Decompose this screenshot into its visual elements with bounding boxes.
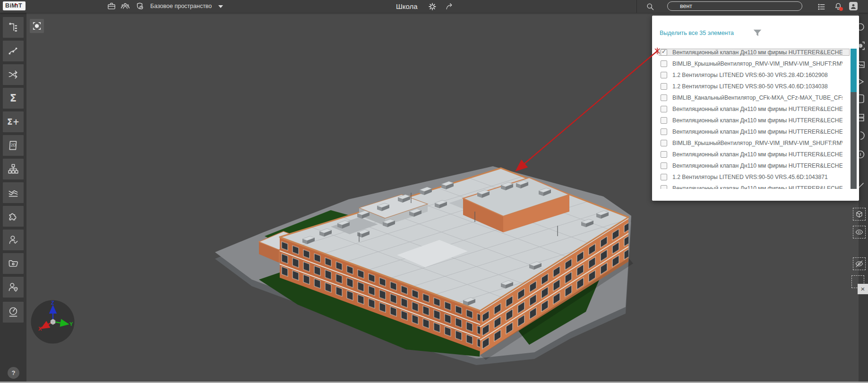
avatar-icon[interactable] — [849, 2, 858, 10]
topbar: BiMıT Базовое пространство Школа — [0, 0, 868, 13]
search-icon[interactable] — [645, 2, 655, 11]
close-button[interactable]: × — [858, 284, 868, 294]
results-scrollbar[interactable] — [851, 49, 857, 189]
search-results-panel: Выделить все 35 элемента Вентиляционный … — [652, 16, 859, 201]
axis-x-label: X — [38, 326, 42, 332]
gear-icon[interactable] — [428, 2, 437, 11]
result-item-label: 1.2 Вентиляторы LITENED VRS:60-30 VRS.28… — [672, 72, 828, 78]
checkbox[interactable] — [661, 162, 667, 169]
checkbox[interactable] — [661, 94, 667, 101]
result-item-label: Вентиляционный клапан Дн110 мм фирмы HUT… — [672, 49, 842, 56]
result-item-label: 1.2 Вентиляторы LITENED VRS:80-50 VRS.40… — [672, 83, 828, 90]
project-title: Школа — [396, 0, 418, 13]
share-icon[interactable] — [445, 2, 454, 11]
checkbox[interactable] — [661, 151, 667, 158]
result-item[interactable]: BIMLIB_КанальныйВентилятор_CFk-MXA_CFz-M… — [659, 94, 850, 101]
result-item[interactable]: Вентиляционный клапан Дн110 мм фирмы HUT… — [659, 49, 850, 56]
result-item-label: Вентиляционный клапан Дн110 мм фирмы HUT… — [672, 162, 842, 169]
user-check-icon[interactable] — [3, 230, 24, 250]
team-icon[interactable] — [120, 1, 130, 11]
list-icon[interactable] — [817, 2, 826, 11]
checkbox[interactable] — [661, 185, 667, 189]
notification-badge — [839, 7, 843, 11]
axis-z-label: Z — [51, 300, 54, 306]
show-elements-button[interactable] — [853, 226, 866, 238]
result-item[interactable]: 1.2 Вентиляторы LITENED VRS:90-50 VRS.45… — [659, 173, 850, 180]
help-button[interactable]: ? — [8, 367, 19, 379]
shield-clock-icon[interactable] — [135, 1, 145, 11]
result-item-label: Вентиляционный клапан Дн110 мм фирмы HUT… — [672, 128, 842, 135]
result-item[interactable]: Вентиляционный клапан Дн110 мм фирмы HUT… — [659, 105, 850, 112]
folder-share-icon[interactable] — [3, 253, 24, 274]
result-item-label: BIMLIB_КрышныйВентилятор_RMV-VIM_IRMV-VI… — [672, 60, 842, 67]
sum-add-icon[interactable]: Σ+ — [3, 111, 24, 132]
hide-elements-button[interactable] — [853, 257, 866, 270]
2d-view-icon[interactable]: 2D — [3, 135, 24, 156]
result-item[interactable]: Вентиляционный клапан Дн110 мм фирмы HUT… — [659, 162, 850, 169]
logo-red-dot — [16, 4, 17, 5]
checkbox[interactable] — [661, 72, 667, 78]
result-item[interactable]: Вентиляционный клапан Дн110 мм фирмы HUT… — [659, 128, 850, 135]
structure-icon[interactable] — [3, 159, 24, 179]
sum-icon[interactable]: Σ — [3, 88, 24, 109]
result-item[interactable]: Вентиляционный клапан Дн110 мм фирмы HUT… — [659, 117, 850, 124]
filter-icon[interactable] — [752, 28, 763, 38]
result-item-label: Вентиляционный клапан Дн110 мм фирмы HUT… — [672, 117, 842, 124]
eye-icon — [855, 228, 864, 237]
result-item-label: 1.2 Вентиляторы LITENED VRS:90-50 VRS.45… — [672, 174, 828, 180]
checkbox[interactable] — [661, 106, 667, 112]
search-results-list: Вентиляционный клапан Дн110 мм фирмы HUT… — [659, 49, 850, 189]
focus-frame-icon — [32, 21, 42, 31]
select-all-link[interactable]: Выделить все 35 элемента — [660, 30, 734, 36]
axis-y-label: Y — [69, 321, 73, 327]
checkbox[interactable] — [661, 140, 667, 146]
user-location-icon[interactable] — [3, 277, 24, 298]
app-logo[interactable]: BiMıT — [3, 1, 26, 10]
topbar-divider — [636, 0, 637, 13]
result-item[interactable]: BIMLIB_КрышныйВентилятор_RMV-VIM_IRMV-VI… — [659, 60, 850, 67]
search-input[interactable] — [667, 1, 802, 11]
isolate-selection-button[interactable] — [853, 208, 866, 221]
checkbox[interactable] — [661, 60, 667, 67]
checkbox[interactable] — [661, 128, 667, 135]
chevron-down-icon[interactable] — [218, 5, 223, 8]
result-item[interactable]: 1.2 Вентиляторы LITENED VRS:60-30 VRS.28… — [659, 71, 850, 78]
bell-icon[interactable] — [834, 2, 843, 11]
checkbox[interactable] — [661, 83, 667, 90]
result-item[interactable]: BIMLIB_КрышныйВентилятор_RMV-VIM_IRMV-VI… — [659, 139, 850, 146]
fit-to-view-button[interactable] — [30, 19, 44, 33]
cube-icon — [855, 210, 864, 219]
measure-nodes-icon[interactable] — [3, 41, 24, 61]
plugins-icon[interactable] — [3, 206, 24, 227]
school-building-model[interactable] — [259, 168, 679, 360]
svg-text:2D: 2D — [11, 143, 16, 147]
briefcase-icon[interactable] — [107, 1, 116, 11]
checkbox[interactable] — [661, 49, 667, 56]
eye-off-icon — [855, 259, 864, 268]
result-item-label: Вентиляционный клапан Дн110 мм фирмы HUT… — [672, 151, 842, 158]
shuffle-icon[interactable] — [3, 64, 24, 85]
result-item-label: BIMLIB_КанальныйВентилятор_CFk-MXA_CFz-M… — [672, 94, 842, 101]
scrollbar-thumb[interactable] — [851, 49, 857, 92]
charts-icon[interactable] — [3, 182, 24, 203]
result-item[interactable]: Вентиляционный клапан Дн110 мм фирмы HUT… — [659, 185, 850, 189]
bimit-app: BiMıT Базовое пространство Школа — [0, 0, 868, 383]
left-toolbar: Σ Σ+ 2D — [0, 13, 26, 383]
checkbox[interactable] — [661, 117, 667, 124]
result-item[interactable]: 1.2 Вентиляторы LITENED VRS:80-50 VRS.40… — [659, 83, 850, 90]
dashboard-icon[interactable] — [3, 302, 24, 323]
result-item-label: Вентиляционный клапан Дн110 мм фирмы HUT… — [672, 106, 842, 112]
model-tree-icon[interactable] — [3, 17, 24, 38]
checkbox[interactable] — [661, 174, 667, 180]
result-item-label: Вентиляционный клапан Дн110 мм фирмы HUT… — [672, 185, 842, 189]
navigation-gizmo[interactable]: Z Y X — [30, 299, 75, 344]
workspace-dropdown[interactable]: Базовое пространство — [150, 0, 212, 13]
result-item[interactable]: Вентиляционный клапан Дн110 мм фирмы HUT… — [659, 151, 850, 158]
result-item-label: BIMLIB_КрышныйВентилятор_RMV-VIM_IRMV-VI… — [672, 140, 842, 146]
